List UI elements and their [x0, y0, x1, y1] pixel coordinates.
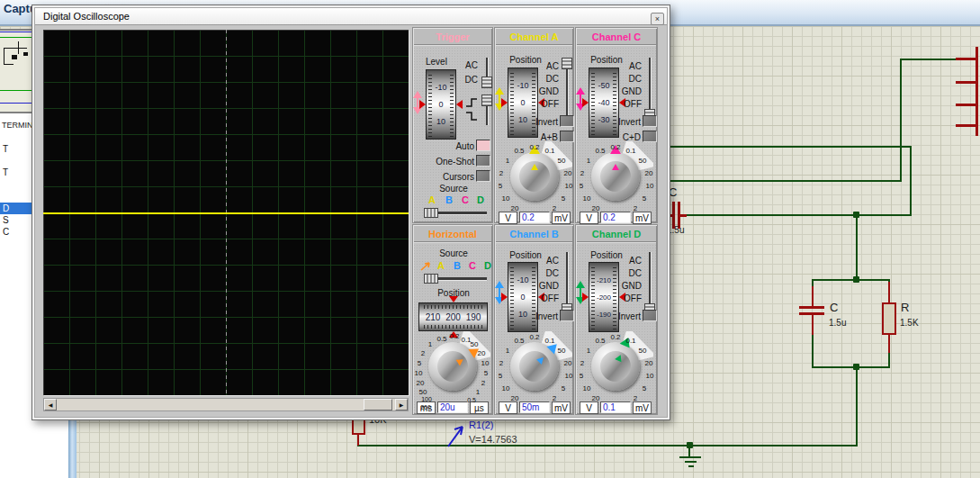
- slider-handle[interactable]: [424, 208, 438, 218]
- display-hscrollbar[interactable]: ◀ ▶: [43, 398, 409, 411]
- slider-handle[interactable]: [424, 274, 438, 284]
- unit-volts-label: V: [580, 212, 598, 224]
- dial-scale-number: 10: [646, 182, 654, 190]
- list-item-selected[interactable]: D: [0, 203, 31, 214]
- dial-scale-number: 20: [592, 204, 600, 212]
- window-titlebar[interactable]: Digital Oscilloscope: [35, 8, 667, 25]
- channel-b-gain-knob[interactable]: V 50m mV 0.50.20.1125102050201052: [497, 331, 572, 414]
- slider-handle[interactable]: [481, 95, 492, 106]
- horizontal-source-slider[interactable]: [424, 274, 487, 284]
- list-item[interactable]: T: [3, 167, 31, 178]
- dial-scale-number: 5: [562, 194, 565, 203]
- ac-label: AC: [529, 61, 559, 71]
- capacitor-pin: [812, 286, 814, 307]
- resistor-pin: [888, 335, 890, 353]
- dial-scale-number: 0.5: [595, 147, 605, 155]
- channel-d-gain-knob[interactable]: V 0.1 mV 0.50.20.1125102050201052: [578, 331, 653, 414]
- source-b-label: B: [454, 260, 461, 271]
- dial-scale-number: 1: [506, 347, 509, 355]
- trigger-coupling-slider[interactable]: [481, 58, 492, 88]
- scrollbar-thumb[interactable]: [364, 399, 392, 410]
- trigger-source-slider[interactable]: [424, 208, 487, 219]
- channel-b-invert-button[interactable]: [560, 310, 574, 321]
- dial-scale-number: 2: [499, 359, 503, 367]
- wire-segment: [812, 366, 890, 368]
- off-label: OFF: [612, 293, 642, 303]
- channel-b-value-field[interactable]: 50m: [519, 401, 550, 413]
- scale-pointer-icon: [501, 98, 508, 107]
- timebase-value-field[interactable]: 20u: [437, 401, 468, 413]
- list-item[interactable]: S: [3, 214, 31, 226]
- scale-pointer-icon: [582, 98, 589, 107]
- scale-pointer-icon: [419, 100, 426, 109]
- timebase-knob[interactable]: ms 20u µs 0.50.20.1125102050100200502010…: [415, 331, 490, 414]
- channel-a-coupling-slider[interactable]: [562, 58, 572, 121]
- channel-c-coupling-slider[interactable]: [644, 58, 655, 121]
- screen: Capture × × C 1.5u C 1.5u R 1.5K: [0, 0, 980, 478]
- dial-scale-number: 0.2: [610, 333, 620, 341]
- channel-b-section: Channel B Position -10 0 10 AC DC GND OF…: [494, 224, 574, 415]
- capacitor-plate: [799, 306, 824, 309]
- resistor-pin: [888, 282, 890, 302]
- dial-scale-number: 50: [471, 340, 479, 348]
- channel-a-title: Channel A: [496, 29, 572, 46]
- one-shot-button[interactable]: [476, 155, 490, 167]
- list-item[interactable]: C: [3, 226, 31, 238]
- channel-d-coupling-slider[interactable]: [644, 252, 655, 315]
- channel-a-value-field[interactable]: 0.2: [519, 212, 550, 223]
- resistor-pin: [357, 435, 359, 446]
- dial-scale-number: 10: [481, 359, 490, 367]
- dial-scale-number: 2: [580, 169, 584, 177]
- scale-number: 0: [427, 100, 455, 109]
- channel-c-invert-button[interactable]: [643, 115, 657, 127]
- slider-handle[interactable]: [562, 58, 572, 69]
- dial-scale-number: 5: [580, 372, 583, 380]
- source-c-label: C: [469, 260, 476, 271]
- cursors-button[interactable]: [476, 170, 490, 182]
- cursors-label: Cursors: [420, 172, 474, 182]
- dial-scale-number: 20: [645, 169, 653, 177]
- dial-scale-number: 10: [583, 194, 591, 203]
- dc-label: DC: [449, 75, 478, 85]
- dial-scale-number: 1: [587, 347, 590, 355]
- list-item[interactable]: T: [3, 143, 31, 155]
- channel-d-value-field[interactable]: 0.1: [600, 401, 631, 413]
- dial-scale-number: 10: [502, 194, 510, 203]
- close-icon[interactable]: ×: [651, 13, 664, 25]
- trigger-section: Trigger Level -10 0 10 AC DC Auto One-Sh…: [412, 27, 493, 223]
- unit-us-label: µs: [470, 401, 489, 414]
- slider-handle[interactable]: [481, 77, 492, 88]
- channel-c-title: Channel C: [577, 29, 656, 46]
- channel-a-invert-button[interactable]: [560, 115, 574, 127]
- dial-scale-number: 0.2: [529, 333, 539, 341]
- dial-scale-number: 0.5: [467, 397, 476, 403]
- dial-scale-number: 5: [484, 369, 488, 377]
- scroll-left-icon[interactable]: ◀: [44, 399, 57, 410]
- dial-scale-number: 2: [499, 169, 503, 177]
- schematic-overview: [0, 29, 31, 113]
- channel-d-invert-button[interactable]: [643, 310, 657, 321]
- channel-b-coupling-slider[interactable]: [562, 252, 572, 315]
- unit-millivolts-label: mV: [552, 401, 571, 414]
- auto-button[interactable]: [476, 140, 490, 151]
- scale-number: 190: [466, 312, 481, 322]
- trigger-edge-slider[interactable]: [481, 95, 492, 125]
- dial-scale-number: 1: [587, 157, 590, 165]
- channel-c-gain-knob[interactable]: V 0.2 mV 0.50.20.1125102050201052: [578, 141, 653, 224]
- channel-c-value-field[interactable]: 0.2: [600, 212, 631, 223]
- scale-pointer-icon: [582, 293, 589, 302]
- channel-a-section: Channel A Position -10 0 10 AC DC GND OF…: [494, 27, 574, 223]
- component-value: 1.5u: [829, 318, 846, 328]
- channel-a-trace: [43, 212, 409, 214]
- scroll-right-icon[interactable]: ▶: [395, 399, 408, 410]
- dial-scale-number: 0.1: [544, 147, 554, 155]
- channel-a-gain-knob[interactable]: V 0.2 mV 0.50.20.1125102050201052: [497, 141, 572, 224]
- dial-scale-number: 20: [564, 359, 572, 367]
- wire-segment: [910, 146, 912, 216]
- source-d-label: D: [477, 194, 484, 205]
- dial-scale-number: 10: [565, 372, 573, 380]
- dial-scale-number: 0.1: [544, 337, 554, 345]
- wire-segment: [686, 214, 912, 216]
- knob-indicator-icon: [612, 164, 619, 170]
- component-ref: R: [901, 301, 909, 314]
